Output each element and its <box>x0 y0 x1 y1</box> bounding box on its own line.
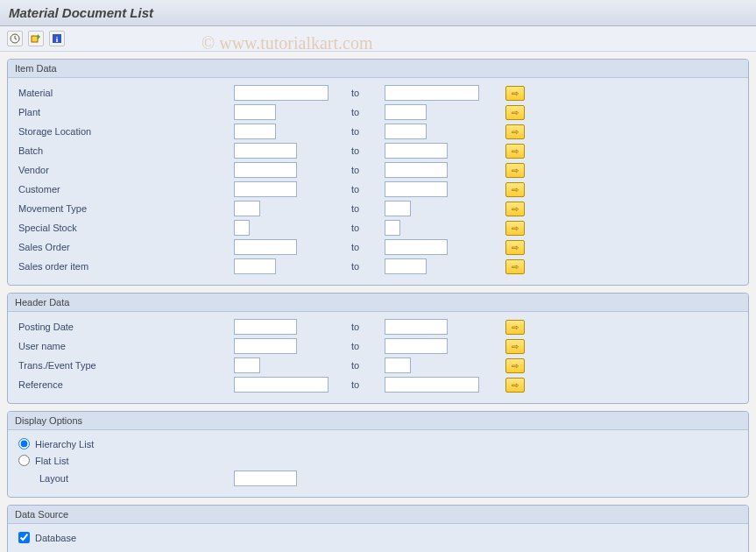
panel-header-data: Header Data Posting Date to ⇨ User name … <box>7 293 749 404</box>
sales-order-multi-button[interactable]: ⇨ <box>505 240 525 255</box>
batch-to-input[interactable] <box>385 143 448 159</box>
plant-multi-button[interactable]: ⇨ <box>505 105 525 120</box>
row-special-stock: Special Stock to ⇨ <box>15 218 741 237</box>
label-reference: Reference <box>15 379 234 390</box>
hierarchy-list-label: Hierarchy List <box>35 439 94 449</box>
to-label: to <box>348 223 385 233</box>
customer-multi-button[interactable]: ⇨ <box>505 182 525 197</box>
label-sales-order-item: Sales order item <box>15 261 234 272</box>
movement-type-to-input[interactable] <box>385 201 411 216</box>
label-layout: Layout <box>15 473 234 484</box>
row-customer: Customer to ⇨ <box>15 180 741 199</box>
arrow-right-icon: ⇨ <box>512 108 519 117</box>
info-button[interactable]: i <box>49 31 65 46</box>
plant-from-input[interactable] <box>234 104 276 120</box>
export-button[interactable] <box>28 31 44 46</box>
clock-icon <box>10 33 20 44</box>
vendor-to-input[interactable] <box>385 162 448 178</box>
storage-location-multi-button[interactable]: ⇨ <box>505 124 525 139</box>
plant-to-input[interactable] <box>385 104 427 120</box>
row-sales-order: Sales Order to ⇨ <box>15 237 741 257</box>
panel-body: Database <box>8 524 748 552</box>
label-special-stock: Special Stock <box>15 223 234 233</box>
arrow-right-icon: ⇨ <box>512 146 519 156</box>
label-plant: Plant <box>15 107 234 117</box>
panel-header-header-data: Header Data <box>8 294 748 312</box>
trans-event-type-multi-button[interactable]: ⇨ <box>505 358 525 373</box>
batch-from-input[interactable] <box>234 143 297 159</box>
row-user-name: User name to ⇨ <box>15 336 741 356</box>
material-from-input[interactable] <box>234 85 329 101</box>
to-label: to <box>348 126 385 137</box>
radio-row-hierarchy[interactable]: Hierarchy List <box>15 435 741 452</box>
layout-input[interactable] <box>234 471 297 486</box>
material-multi-button[interactable]: ⇨ <box>505 86 525 101</box>
sales-order-item-from-input[interactable] <box>234 258 276 274</box>
row-reference: Reference to ⇨ <box>15 375 741 394</box>
label-posting-date: Posting Date <box>15 322 234 332</box>
execute-button[interactable] <box>7 31 23 46</box>
customer-from-input[interactable] <box>234 181 297 197</box>
vendor-multi-button[interactable]: ⇨ <box>505 163 525 178</box>
vendor-from-input[interactable] <box>234 162 297 178</box>
label-sales-order: Sales Order <box>15 242 234 252</box>
radio-row-flat[interactable]: Flat List <box>15 452 741 469</box>
arrow-right-icon: ⇨ <box>512 166 519 175</box>
storage-location-from-input[interactable] <box>234 124 276 139</box>
row-layout: Layout <box>15 469 741 488</box>
content: Item Data Material to ⇨ Plant to ⇨ Stora… <box>0 52 756 552</box>
to-label: to <box>348 165 385 175</box>
trans-event-type-from-input[interactable] <box>234 357 260 373</box>
special-stock-from-input[interactable] <box>234 220 250 236</box>
reference-to-input[interactable] <box>385 377 479 393</box>
sales-order-to-input[interactable] <box>385 239 448 255</box>
sales-order-from-input[interactable] <box>234 239 297 255</box>
database-checkbox[interactable] <box>18 532 30 543</box>
to-label: to <box>348 88 385 98</box>
sales-order-item-multi-button[interactable]: ⇨ <box>505 259 525 274</box>
trans-event-type-to-input[interactable] <box>385 357 411 373</box>
arrow-right-icon: ⇨ <box>512 88 519 98</box>
svg-rect-1 <box>32 36 38 42</box>
reference-multi-button[interactable]: ⇨ <box>505 378 525 393</box>
to-label: to <box>348 322 385 332</box>
label-batch: Batch <box>15 145 234 156</box>
reference-from-input[interactable] <box>234 377 329 393</box>
to-label: to <box>348 261 385 272</box>
posting-date-to-input[interactable] <box>385 319 448 335</box>
user-name-multi-button[interactable]: ⇨ <box>505 339 525 354</box>
material-to-input[interactable] <box>385 85 479 101</box>
row-vendor: Vendor to ⇨ <box>15 160 741 180</box>
batch-multi-button[interactable]: ⇨ <box>505 144 525 159</box>
to-label: to <box>348 379 385 390</box>
user-name-from-input[interactable] <box>234 338 297 354</box>
panel-body: Posting Date to ⇨ User name to ⇨ Trans./… <box>8 312 748 403</box>
label-movement-type: Movement Type <box>15 203 234 214</box>
to-label: to <box>348 145 385 156</box>
hierarchy-list-radio[interactable] <box>18 438 30 449</box>
flat-list-radio[interactable] <box>18 455 30 466</box>
arrow-right-icon: ⇨ <box>512 380 519 390</box>
storage-location-to-input[interactable] <box>385 124 427 139</box>
row-movement-type: Movement Type to ⇨ <box>15 199 741 218</box>
label-customer: Customer <box>15 184 234 195</box>
row-storage-location: Storage Location to ⇨ <box>15 122 741 141</box>
movement-type-multi-button[interactable]: ⇨ <box>505 202 525 216</box>
posting-date-multi-button[interactable]: ⇨ <box>505 320 525 335</box>
customer-to-input[interactable] <box>385 181 448 197</box>
check-row-database[interactable]: Database <box>15 529 741 546</box>
arrow-right-icon: ⇨ <box>512 223 519 233</box>
database-label: Database <box>35 533 76 543</box>
label-material: Material <box>15 88 234 98</box>
flat-list-label: Flat List <box>35 456 69 466</box>
panel-display-options: Display Options Hierarchy List Flat List… <box>7 411 749 498</box>
special-stock-to-input[interactable] <box>385 220 400 236</box>
arrow-right-icon: ⇨ <box>512 243 519 252</box>
sales-order-item-to-input[interactable] <box>385 258 427 274</box>
movement-type-from-input[interactable] <box>234 201 260 216</box>
row-posting-date: Posting Date to ⇨ <box>15 317 741 336</box>
export-icon <box>31 33 41 44</box>
posting-date-from-input[interactable] <box>234 319 297 335</box>
special-stock-multi-button[interactable]: ⇨ <box>505 221 525 236</box>
user-name-to-input[interactable] <box>385 338 448 354</box>
